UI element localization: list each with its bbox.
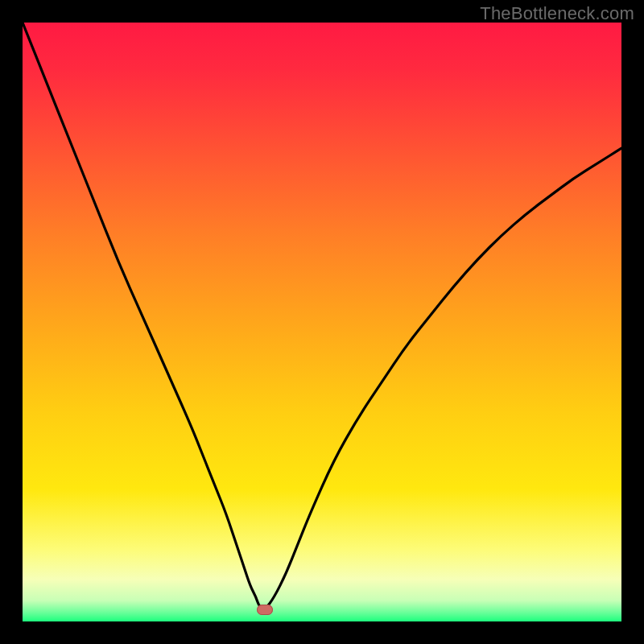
watermark-text: TheBottleneck.com [480, 3, 634, 24]
optimal-marker [257, 605, 273, 615]
plot-area [23, 23, 621, 621]
bottleneck-curve [23, 23, 621, 621]
chart-frame: TheBottleneck.com [0, 0, 644, 644]
